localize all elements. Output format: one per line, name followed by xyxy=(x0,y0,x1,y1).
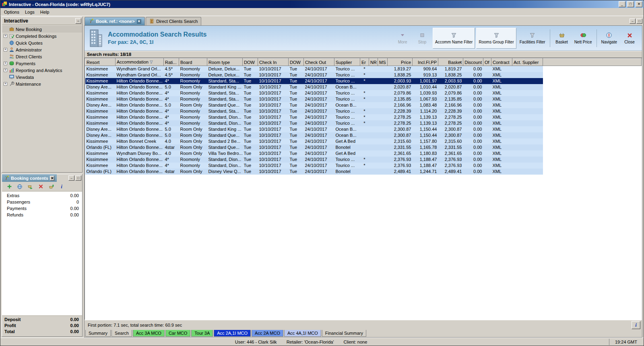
table-cell: 2,331.55 xyxy=(388,144,413,150)
rooms-group-filter-button[interactable]: Rooms Group Filter xyxy=(476,28,516,49)
close-booking-contents-icon[interactable]: ✕ xyxy=(50,176,55,181)
add-button[interactable] xyxy=(6,183,12,190)
sidebar-item-payments[interactable]: +Payments xyxy=(2,60,82,67)
expand-icon[interactable]: + xyxy=(4,62,7,65)
booking-maximize-icon[interactable]: □ xyxy=(75,175,81,181)
bottom-tab-acc-2a-mco[interactable]: Acc 2A MCO xyxy=(252,330,283,337)
mdi-minimize-icon[interactable]: – xyxy=(630,19,636,24)
table-row[interactable]: KissimmeeHilton Bonnet Creek4.0Room Only… xyxy=(85,138,642,144)
column-header-price[interactable]: Price xyxy=(388,59,413,66)
sidebar-item-maintenance[interactable]: +Maintenance xyxy=(2,80,82,87)
column-header-er[interactable]: Er xyxy=(360,59,369,66)
table-row[interactable]: KissimmeeHilton Orlando Bonne...4*Roomon… xyxy=(85,96,642,102)
close-icon[interactable]: ✕ xyxy=(636,1,642,7)
minimize-icon[interactable]: _ xyxy=(619,1,625,7)
table-row[interactable]: KissimmeeHilton Orlando Bonne...4*Roomon… xyxy=(85,114,642,120)
globe2-button[interactable] xyxy=(17,183,23,190)
facilities-filter-button[interactable]: Facilities Filter xyxy=(518,28,547,49)
sidebar-item-completed-bookings[interactable]: +Completed Bookings xyxy=(2,33,82,39)
table-row[interactable]: Orlando (FL)Hilton Orlando Bonne...4star… xyxy=(85,144,642,150)
column-header-discount[interactable]: Discount xyxy=(463,59,483,66)
close-button[interactable]: Close xyxy=(620,28,639,49)
booking-contents-tab[interactable]: Booking contents ✕ xyxy=(2,174,57,182)
table-cell: 2,003.93 xyxy=(438,78,463,84)
basket-out-button[interactable] xyxy=(27,183,33,190)
column-header-act-supplier[interactable]: Act. Supplier xyxy=(512,59,543,66)
bottom-tab-search[interactable]: Search xyxy=(111,330,132,337)
table-cell: 10/10/2017 xyxy=(258,96,289,102)
basket-button[interactable]: Basket xyxy=(553,28,571,49)
table-row[interactable]: KissimmeeHilton Orlando Bonne...4*Roomon… xyxy=(85,90,642,96)
column-header-dow[interactable]: DOW xyxy=(243,59,258,66)
tab-close-icon[interactable]: ✕ xyxy=(137,19,142,24)
info-button[interactable]: i xyxy=(58,183,65,190)
accomm-name-filter-button[interactable]: Accomm Name Filter xyxy=(433,28,475,49)
table-row[interactable]: KissimmeeWyndham Grand Orl...4.5*Roomonl… xyxy=(85,72,642,78)
bottom-tab-tour-3a[interactable]: Tour 3A xyxy=(191,330,213,337)
delete-button[interactable] xyxy=(37,183,44,190)
column-header-supplier[interactable]: Supplier xyxy=(334,59,360,66)
sidebar-item-new-booking[interactable]: New Booking xyxy=(2,26,82,33)
nett-price-button[interactable]: Nett Price xyxy=(572,28,594,49)
expand-icon[interactable]: + xyxy=(4,82,7,86)
column-header-contract[interactable]: Contract xyxy=(491,59,512,66)
table-cell: Standard Que... xyxy=(207,102,243,108)
expand-icon[interactable]: + xyxy=(4,68,7,72)
expand-icon[interactable]: + xyxy=(4,34,7,38)
column-header-ms[interactable]: MS xyxy=(378,59,388,66)
menu-help[interactable]: Help xyxy=(37,8,52,16)
table-cell: 4star xyxy=(164,169,179,175)
table-row[interactable]: KissimmeeHilton Orlando Bonne...4*Roomon… xyxy=(85,157,642,163)
table-row[interactable]: KissimmeeWyndham Disney Bo...4.0Room Onl… xyxy=(85,150,642,157)
bottom-tab-car-mco[interactable]: Car MCO xyxy=(165,330,190,337)
sidebar-item-quick-quotes[interactable]: Quick Quotes xyxy=(2,39,82,46)
menu-logs[interactable]: Logs xyxy=(22,8,37,16)
column-header-room-type[interactable]: Room type xyxy=(207,59,243,66)
collapse-sidebar-icon[interactable]: – xyxy=(75,18,81,24)
table-cell: Tourico ... xyxy=(334,120,360,126)
sidebar-item-administrator[interactable]: +Administrator xyxy=(2,46,82,53)
tab-direct-clients-search[interactable]: Direct Clients Search xyxy=(146,17,201,25)
bottom-tab-summary[interactable]: Summary xyxy=(85,330,111,337)
column-header-check-out[interactable]: Check Out xyxy=(304,59,334,66)
table-row[interactable]: KissimmeeHilton Orlando Bonne...4*Roomon… xyxy=(85,163,642,169)
column-header-of[interactable]: Of xyxy=(483,59,491,66)
sidebar-item-viewdata[interactable]: Viewdata xyxy=(2,74,82,80)
info-button[interactable]: i xyxy=(632,321,640,329)
table-row[interactable]: KissimmeeHilton Orlando Bonne...4*Roomon… xyxy=(85,108,642,114)
table-row[interactable]: Disney Are...Hilton Orlando Bonne...5.0R… xyxy=(85,102,642,108)
column-header-incl-fl-pp[interactable]: Incl.Fl.PP xyxy=(413,59,438,66)
bottom-tab-acc-2a-1i-mco[interactable]: Acc 2A,1I MCO xyxy=(214,330,251,337)
table-cell: 24/10/2017 xyxy=(304,114,334,120)
maximize-icon[interactable]: □ xyxy=(627,1,634,7)
booking-minimize-icon[interactable]: – xyxy=(68,175,74,181)
table-row[interactable]: Disney Are...Hilton Orlando Bonne...5.0R… xyxy=(85,126,642,132)
column-header-resort[interactable]: Resort xyxy=(85,59,116,66)
column-header-accommodation[interactable]: Accommodation xyxy=(116,59,164,66)
navigate-button[interactable]: Navigate xyxy=(599,28,619,49)
mdi-restore-icon[interactable]: □ xyxy=(636,19,642,24)
table-cell: 1,165.78 xyxy=(413,144,438,150)
table-row[interactable]: KissimmeeHilton Orlando Bonne...4*Roomon… xyxy=(85,78,642,84)
tab-book-ref-none[interactable]: Book. ref.: <none>✕ xyxy=(85,17,145,25)
sidebar-item-direct-clients[interactable]: Direct Clients xyxy=(2,53,82,60)
menu-options[interactable]: Options xyxy=(1,8,22,16)
table-row[interactable]: Disney Are...Hilton Orlando Bonne...5.0R… xyxy=(85,132,642,138)
column-header-dow[interactable]: DOW xyxy=(289,59,304,66)
column-header-rati[interactable]: Rati... xyxy=(164,59,179,66)
column-header-nr[interactable]: NR xyxy=(369,59,378,66)
table-row[interactable]: KissimmeeHilton Orlando Bonne...4*Roomon… xyxy=(85,120,642,126)
bottom-tab-financial-summary[interactable]: Financial Summary xyxy=(322,330,366,337)
table-row[interactable]: Disney Are...Hilton Orlando Bonne...5.0R… xyxy=(85,84,642,90)
accommodation-filter-icon[interactable] xyxy=(149,60,153,65)
bottom-tab-acc-3a-mco[interactable]: Acc 3A MCO xyxy=(133,330,165,337)
table-row[interactable]: Orlando (FL)Hilton Orlando Bonne...4star… xyxy=(85,169,642,175)
column-header-basket[interactable]: Basket▼ xyxy=(438,59,463,66)
column-header-board[interactable]: Board xyxy=(179,59,207,66)
sidebar-item-reporting-and-analytics[interactable]: +Reporting and Analytics xyxy=(2,67,82,74)
basket-in-button[interactable] xyxy=(48,183,54,190)
bottom-tab-acc-4a-1i-mco[interactable]: Acc 4A,1I MCO xyxy=(284,330,321,337)
table-row[interactable]: KissimmeeWyndham Grand Orl...4.5*Roomonl… xyxy=(85,66,642,72)
expand-icon[interactable]: + xyxy=(4,48,7,51)
column-header-check-in[interactable]: Check In xyxy=(258,59,289,66)
